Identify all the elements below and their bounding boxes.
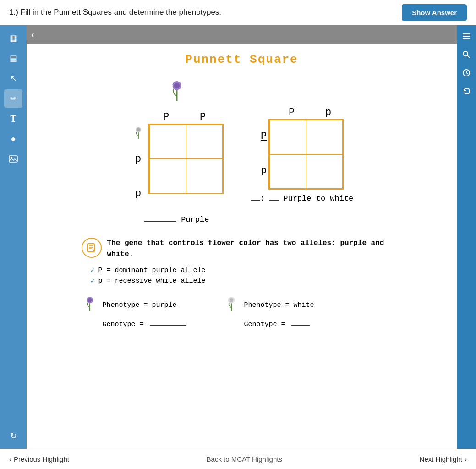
cursor-icon[interactable]: ↖ [4, 69, 22, 87]
table-icon[interactable]: ▤ [4, 49, 22, 67]
phenotype-purple-label: Phenotype = purple [103, 299, 177, 311]
side-allele-2b: p [261, 153, 267, 188]
punnett-square-1: P P [130, 76, 224, 224]
purple-flower-1 [165, 76, 188, 108]
svg-rect-18 [88, 244, 94, 252]
back-button[interactable]: ‹ [31, 29, 34, 40]
refresh-icon[interactable]: ↻ [4, 427, 22, 445]
svg-point-9 [174, 83, 180, 88]
cell-1-1[interactable] [149, 125, 186, 159]
purple-flower-small [82, 293, 98, 317]
allele-item-2: p = recessive white allele [91, 277, 402, 285]
punnett-squares-row: P P [40, 76, 443, 224]
punnett-grid-1 [148, 124, 224, 194]
blank-1[interactable] [144, 221, 176, 222]
cell-2-1[interactable] [269, 120, 306, 154]
cell-2-4[interactable] [306, 154, 343, 189]
question-text: 1.) Fill in the Punnett Squares and dete… [9, 8, 221, 17]
top-allele-2b: p [310, 107, 346, 118]
top-bar: 1.) Fill in the Punnett Squares and dete… [0, 0, 476, 25]
left-toolbar: ▦ ▤ ↖ ✏ T ● ↻ [0, 25, 27, 449]
prev-highlight-label: Previous Highlight [14, 455, 69, 463]
phenotype-white: Phenotype = white Genotype = [223, 293, 314, 331]
show-answer-button[interactable]: Show Answer [402, 4, 467, 21]
info-text: The gene that controls flower color has … [107, 238, 402, 260]
next-highlight-label: Next Highlight [420, 455, 462, 463]
content-wrapper: ‹ Punnett Square [27, 25, 457, 449]
blank-2b[interactable] [269, 200, 279, 201]
info-icon [82, 238, 102, 258]
white-flower-small [223, 293, 240, 317]
phenotype-label-1: Purple [144, 215, 209, 224]
layers-icon[interactable] [458, 28, 475, 44]
allele-item-1: P = dominant purple allele [91, 266, 402, 275]
phenotype-row: Phenotype = purple Genotype = [82, 293, 402, 331]
undo-icon[interactable] [458, 83, 475, 99]
genotype-white-blank[interactable] [291, 325, 310, 326]
text-tool-icon[interactable]: T [4, 109, 22, 128]
phenotype-white-label: Phenotype = white [244, 299, 314, 311]
phenotype-label-2: : Purple to white [251, 194, 354, 203]
grid-wrapper-1: p p [130, 124, 224, 211]
image-icon[interactable] [4, 150, 22, 168]
circle-icon[interactable]: ● [4, 130, 22, 148]
svg-point-17 [137, 128, 140, 131]
allele-list: P = dominant purple allele p = recessive… [91, 266, 402, 285]
top-allele-1b: P [185, 111, 221, 123]
cell-1-4[interactable] [186, 159, 223, 193]
svg-rect-40 [463, 38, 470, 39]
top-allele-2a: P [273, 107, 310, 118]
pen-icon[interactable]: ✏ [4, 89, 22, 108]
grid-wrapper-2: P p [261, 119, 344, 190]
svg-rect-38 [463, 33, 470, 34]
cell-2-2[interactable] [306, 120, 343, 154]
svg-rect-0 [9, 156, 17, 162]
top-alleles-2: P p [273, 107, 346, 118]
search-icon[interactable] [458, 46, 475, 63]
viewer-top-bar: ‹ [27, 25, 457, 44]
right-toolbar [457, 25, 476, 449]
punnett-square-2: P p P p [251, 76, 354, 203]
blank-2a[interactable] [251, 200, 260, 201]
side-allele-2a: P [261, 119, 267, 153]
content-area: Punnett Square [27, 44, 457, 449]
top-alleles-1: P P [148, 111, 221, 123]
prev-highlight-button[interactable]: ‹ Previous Highlight [9, 455, 69, 463]
history-icon[interactable] [458, 65, 475, 81]
phenotype-white-genotype: Genotype = [244, 318, 314, 331]
cell-2-3[interactable] [269, 154, 306, 189]
next-chevron-icon: › [465, 455, 467, 463]
genotype-purple-blank[interactable] [150, 325, 186, 326]
back-to-mcat-label[interactable]: Back to MCAT Highlights [207, 455, 282, 463]
punnett-title: Punnett Square [40, 53, 443, 66]
info-section: The gene that controls flower color has … [82, 238, 402, 331]
svg-rect-39 [463, 36, 470, 37]
phenotype-purple-genotype: Genotype = [103, 318, 186, 331]
side-allele-1b: p [135, 176, 141, 211]
bottom-nav: ‹ Previous Highlight Back to MCAT Highli… [0, 449, 476, 469]
next-highlight-button[interactable]: Next Highlight › [420, 455, 467, 463]
svg-point-37 [229, 298, 233, 302]
svg-point-29 [88, 298, 92, 302]
phenotype-purple: Phenotype = purple Genotype = [82, 293, 186, 331]
main-layout: ▦ ▤ ↖ ✏ T ● ↻ ‹ Punnett Square [0, 25, 476, 449]
svg-line-42 [467, 55, 470, 58]
grid-icon[interactable]: ▦ [4, 29, 22, 47]
cell-1-2[interactable] [186, 125, 223, 159]
prev-chevron-icon: ‹ [9, 455, 11, 463]
side-allele-1a: p [135, 142, 141, 176]
cell-1-3[interactable] [149, 159, 186, 193]
top-allele-1a: P [148, 111, 185, 123]
svg-point-41 [463, 51, 468, 56]
info-box: The gene that controls flower color has … [82, 238, 402, 260]
punnett-grid-2 [268, 119, 344, 190]
